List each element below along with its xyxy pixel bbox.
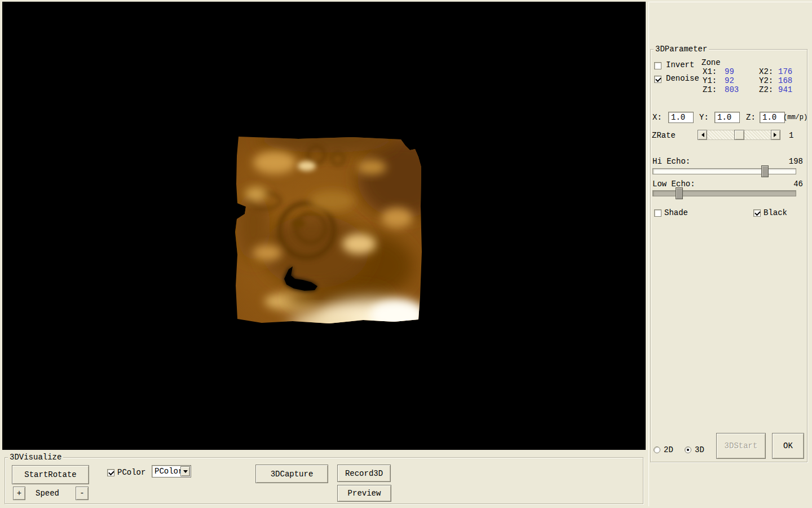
low-echo-thumb[interactable]: [676, 187, 683, 199]
low-echo-slider[interactable]: [652, 190, 796, 196]
zone-y2-value: 168: [778, 76, 792, 85]
zrate-label: ZRate: [652, 131, 676, 140]
zone-x1-label: X1:: [703, 67, 717, 76]
pcolor-dropdown-arrow-icon[interactable]: [180, 466, 190, 476]
speed-minus-button[interactable]: -: [76, 487, 89, 500]
zrate-value: 1: [789, 131, 793, 140]
mode-2d-radio[interactable]: [654, 446, 660, 453]
ok-button[interactable]: OK: [772, 433, 804, 459]
black-checkbox[interactable]: [753, 209, 761, 217]
zone-x2-value: 176: [778, 67, 792, 76]
scale-z-label: Z:: [746, 113, 756, 122]
record-3d-button[interactable]: Record3D: [337, 465, 391, 482]
parameter-panel: 3DParameter Invert Denoise Zone X1: 99 X…: [648, 2, 812, 506]
zone-y2-label: Y2:: [759, 76, 773, 85]
low-echo-label: Low Echo:: [652, 179, 695, 189]
mode-2d-label: 2D: [664, 445, 673, 454]
hi-echo-thumb[interactable]: [761, 165, 769, 177]
preview-button[interactable]: Preview: [337, 485, 391, 502]
scale-y-label: Y:: [699, 113, 709, 122]
mode-3d-radio[interactable]: [685, 446, 691, 453]
zone-x2-label: X2:: [759, 67, 773, 76]
denoise-label: Denoise: [666, 74, 699, 83]
scale-unit-label: (mm/p): [783, 113, 807, 121]
scale-x-label: X:: [652, 113, 662, 122]
shade-checkbox[interactable]: [654, 209, 661, 217]
parameter-group-box: 3DParameter Invert Denoise Zone X1: 99 X…: [650, 49, 807, 462]
zone-z2-value: 941: [778, 85, 792, 94]
hi-echo-slider[interactable]: [652, 168, 796, 174]
zrate-right-arrow-icon[interactable]: [771, 130, 780, 140]
invert-checkbox[interactable]: [654, 62, 661, 69]
invert-label: Invert: [666, 60, 694, 69]
denoise-checkbox[interactable]: [654, 76, 661, 83]
pcolor-checkbox[interactable]: [107, 469, 114, 476]
low-echo-value: 46: [780, 179, 803, 189]
pcolor-checkbox-label: PColor: [117, 468, 145, 477]
3d-render-image: [231, 133, 425, 328]
zone-y1-value: 92: [725, 76, 734, 85]
scale-z-input[interactable]: [760, 112, 785, 123]
scale-y-input[interactable]: [714, 112, 740, 123]
start3d-button[interactable]: 3DStart: [716, 433, 766, 459]
zone-z2-label: Z2:: [759, 85, 773, 94]
pcolor-dropdown[interactable]: PColor: [152, 465, 191, 478]
start-rotate-button[interactable]: StartRotate: [12, 465, 89, 484]
mode-3d-label: 3D: [695, 445, 704, 454]
speed-plus-button[interactable]: +: [13, 487, 25, 500]
3d-viewport[interactable]: [2, 2, 646, 450]
speed-label: Speed: [36, 489, 59, 498]
zone-title: Zone: [701, 58, 721, 67]
application-window: { "param_panel": { "title": "3DParameter…: [0, 0, 812, 508]
zone-y1-label: Y1:: [703, 76, 717, 85]
scale-x-input[interactable]: [668, 112, 694, 123]
zone-z1-value: 803: [725, 85, 739, 94]
shade-label: Shade: [664, 208, 688, 217]
hi-echo-value: 198: [780, 157, 803, 166]
hi-echo-label: Hi Echo:: [652, 157, 690, 166]
zrate-scrollbar[interactable]: [698, 130, 780, 140]
zone-z1-label: Z1:: [703, 85, 717, 94]
capture-3d-button[interactable]: 3DCapture: [255, 465, 328, 483]
visualize-group-title: 3DVisualize: [8, 453, 63, 462]
parameter-group-title: 3DParameter: [654, 45, 709, 54]
pcolor-dropdown-value: PColor: [155, 467, 183, 476]
zrate-left-arrow-icon[interactable]: [698, 130, 707, 140]
zrate-thumb[interactable]: [734, 130, 744, 140]
black-label: Black: [764, 208, 787, 217]
visualize-group-box: 3DVisualize StartRotate + Speed - PColor…: [5, 457, 643, 504]
zone-x1-value: 99: [725, 67, 734, 76]
